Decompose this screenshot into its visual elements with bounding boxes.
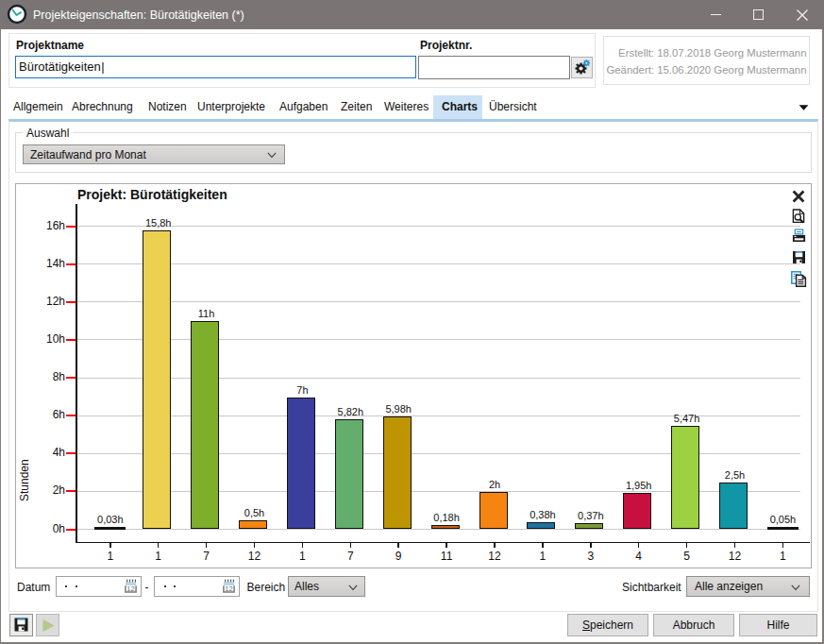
svg-text:12: 12 bbox=[225, 584, 232, 592]
svg-text:12: 12 bbox=[126, 584, 134, 592]
